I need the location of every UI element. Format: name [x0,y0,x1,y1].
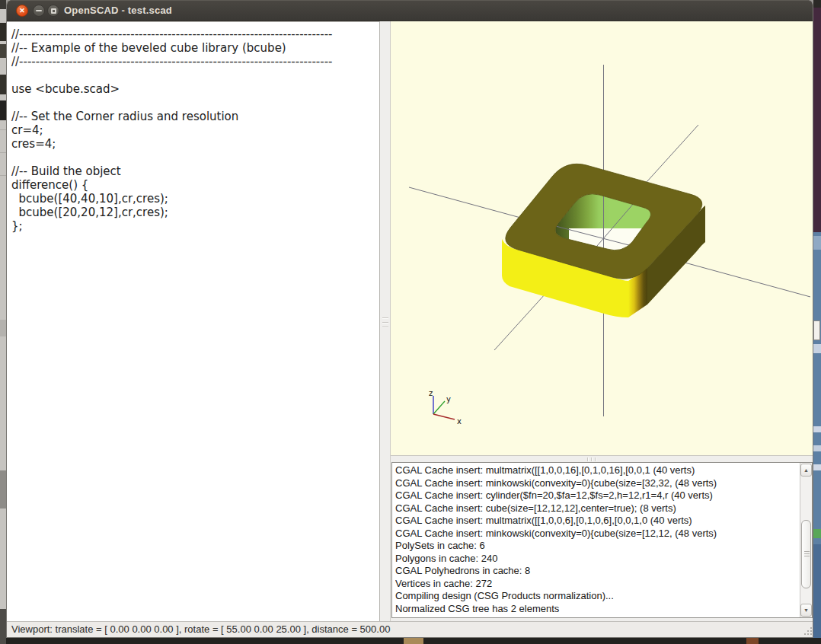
axis-indicator: z y x [429,389,462,426]
maximize-icon [51,8,56,14]
bg-fragment [0,75,6,94]
code-line: //-- Example of the beveled cube library… [11,41,379,55]
console-line: Vertices in cache: 272 [395,578,797,591]
indicator-y-label: y [446,395,451,403]
bg-fragment [813,320,820,340]
bg-fragment [813,445,821,451]
vertical-splitter[interactable] [379,21,391,622]
bg-fragment [813,236,821,250]
close-icon: ✕ [19,7,25,14]
bg-fragment [0,129,6,130]
thumb-grip-icon [804,551,810,558]
bg-fragment [813,0,821,8]
maximize-button[interactable] [47,5,59,17]
arrow-down-icon: ▼ [803,607,809,613]
code-line: }; [11,219,379,233]
console-line: CGAL Cache insert: minkowski(convexity=0… [395,528,797,540]
status-bar: Viewport: translate = [ 0.00 0.00 0.00 ]… [7,621,813,637]
code-line: //-- Build the object [11,164,379,178]
window-title: OpenSCAD - test.scad [64,0,172,21]
console-scrollbar[interactable]: ▲ ▼ [800,463,812,617]
code-editor[interactable]: //--------------------------------------… [7,21,379,622]
console-line: CGAL Cache insert: cylinder($fn=20,$fa=1… [395,489,797,502]
screen: ✕ OpenSCAD - test.scad //---------------… [0,0,821,644]
console-line: CGAL Polyhedrons in cache: 8 [395,565,797,578]
bg-fragment [0,609,6,644]
bg-fragment [0,44,6,58]
bg-fragment [813,8,821,232]
code-line: //-- Set the Corner radius and resolutio… [11,110,379,123]
right-pane: z y x CGAL Cache insert: multmatrix([[1,… [391,21,813,622]
code-line: //--------------------------------------… [11,27,379,41]
scroll-down-button[interactable]: ▼ [800,604,812,617]
console-line: Normalized CSG tree has 2 elements [395,603,797,616]
indicator-x-label: x [457,417,462,426]
console-line: CGAL Cache insert: minkowski(convexity=0… [395,477,797,490]
code-line: cres=4; [11,137,379,151]
bg-fragment [813,529,821,538]
background-window-right-sliver [813,0,821,644]
openscad-window: ✕ OpenSCAD - test.scad //---------------… [6,0,813,638]
console-line: Polygons in cache: 240 [395,553,797,566]
viewport-status-text: Viewport: translate = [ 0.00 0.00 0.00 ]… [11,623,390,635]
console-output[interactable]: CGAL Cache insert: multmatrix([[1,0,0,16… [395,464,797,617]
code-line: cr=4; [11,123,379,137]
code-line: use <bcube.scad> [11,82,379,96]
bg-fragment [404,638,423,644]
minimize-button[interactable] [33,5,45,17]
indicator-y-axis [433,401,445,414]
horizontal-splitter[interactable] [391,455,813,462]
background-window-left-sliver [0,0,6,644]
bg-fragment [813,344,821,353]
bg-fragment [0,152,6,153]
bg-fragment [0,320,6,336]
code-line [11,96,379,110]
bg-fragment [0,100,6,120]
bg-fragment [0,23,6,41]
titlebar[interactable]: ✕ OpenSCAD - test.scad [7,0,813,21]
splitter-grip-icon [587,457,599,461]
code-line: bcube([40,40,10],cr,cres); [11,192,379,206]
scrollbar-thumb[interactable] [801,520,811,588]
console-line: CGAL Cache insert: multmatrix([[1,0,0,16… [395,464,797,477]
bg-fragment [0,0,6,9]
scroll-up-button[interactable]: ▲ [800,464,812,477]
bg-fragment [813,544,821,644]
background-bottom-sliver [6,638,821,644]
code-line [11,69,379,82]
bg-fragment [746,638,759,644]
splitter-grip-icon [382,317,388,331]
code-line: //--------------------------------------… [11,55,379,69]
arrow-up-icon: ▲ [803,467,809,473]
indicator-z-label: z [429,389,433,397]
close-button[interactable]: ✕ [16,5,28,17]
console-line: CSG generation finished. [395,615,797,617]
bg-fragment [813,426,821,432]
window-content: //--------------------------------------… [7,21,813,622]
code-line: difference() { [11,178,379,192]
console-line: PolySets in cache: 6 [395,540,797,553]
minimize-icon [36,10,42,11]
console-panel: CGAL Cache insert: multmatrix([[1,0,0,16… [391,462,813,618]
console-line: CGAL Cache insert: cube(size=[12,12,12],… [395,502,797,515]
bg-fragment [813,464,821,470]
code-line [11,151,379,164]
code-line: bcube([20,20,12],cr,cres); [11,206,379,219]
resize-grip[interactable] [802,625,813,636]
viewport-canvas: z y x [391,21,813,455]
bg-fragment [0,175,6,176]
3d-viewport[interactable]: z y x [391,21,813,455]
console-line: CGAL Cache insert: multmatrix([[1,0,0,6]… [395,515,797,528]
indicator-x-axis [433,414,455,419]
console-line: Compiling design (CSG Products normaliza… [395,590,797,603]
bg-fragment [0,470,6,509]
